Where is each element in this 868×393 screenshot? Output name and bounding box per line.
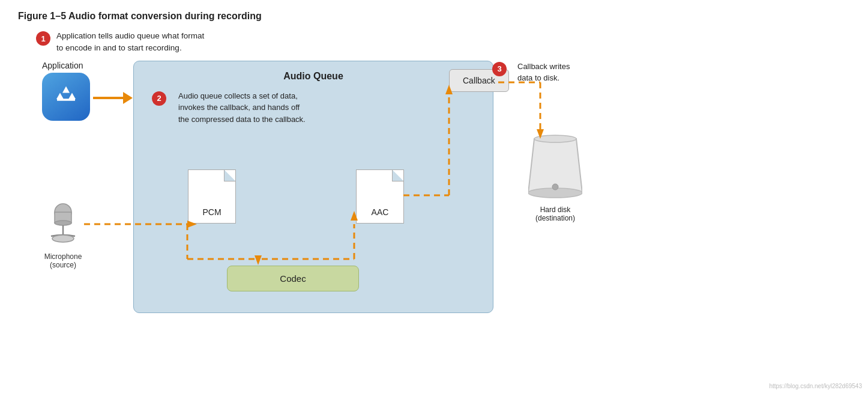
step2-row: 2 Audio queue collects a set of data, in… [152,90,481,126]
microphone-icon [42,199,84,247]
step3-text: Callback writes data to disk. [517,61,570,84]
svg-point-2 [55,221,71,225]
svg-point-3 [52,235,74,242]
mic-group: Microphone (source) [42,199,84,269]
step3-row: 3 Callback writes data to disk. [492,61,570,84]
figure-title: Figure 1–5 Audio format conversion durin… [18,11,850,22]
mic-label: Microphone (source) [42,252,84,269]
svg-point-6 [552,184,558,190]
step1-text: Application tells audio queue what forma… [56,30,204,55]
app-label: Application [42,61,83,70]
harddisk-icon [528,133,582,199]
step2-badge: 2 [152,91,166,106]
watermark: https://blog.csdn.net/kyl282d69543 [769,383,862,389]
harddisk-label: Hard disk (destination) [528,206,582,222]
step1-badge: 1 [36,31,50,46]
step1-row: 1 Application tells audio queue what for… [36,30,850,55]
audio-queue-title: Audio Queue [146,71,481,82]
pcm-doc: PCM [188,169,236,224]
app-icon [42,73,90,121]
step3-badge: 3 [492,62,507,76]
svg-point-4 [534,135,576,142]
codec-box: Codec [227,266,359,291]
app-to-queue-arrow [93,92,133,104]
aac-doc: AAC [356,169,404,224]
step2-text: Audio queue collects a set of data, invo… [178,90,306,126]
page-container: Figure 1–5 Audio format conversion durin… [0,0,868,393]
audio-queue-box: Audio Queue 2 Audio queue collects a set… [133,61,493,313]
harddisk-group: Hard disk (destination) [528,133,582,222]
app-store-icon [51,82,81,112]
